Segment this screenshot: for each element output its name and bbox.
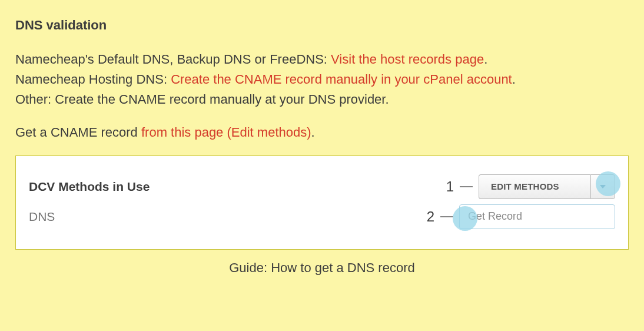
edit-methods-button[interactable]: EDIT METHODS [479,174,590,199]
step-dash-icon [440,216,453,217]
text-line-3: Other: Create the CNAME record manually … [15,90,629,110]
link-edit-methods-page[interactable]: from this page (Edit methods) [141,125,311,140]
text-suffix-1: . [484,52,487,67]
dns-options-paragraph: Namecheap's Default DNS, Backup DNS or F… [15,49,629,110]
link-create-cname-cpanel[interactable]: Create the CNAME record manually in your… [171,72,512,87]
hint-highlight-icon [596,171,620,196]
text-prefix-1: Namecheap's Default DNS, Backup DNS or F… [15,52,331,67]
step-number-2: 2 [427,208,434,225]
text-prefix-2: Namecheap Hosting DNS: [15,72,171,87]
link-host-records[interactable]: Visit the host records page [331,52,484,67]
cname-prefix: Get a CNAME record [15,125,141,140]
panel-title: DCV Methods in Use [29,180,150,194]
method-label: DNS [29,210,55,224]
section-heading: DNS validation [15,18,629,33]
step-number-1: 1 [446,178,454,195]
dcv-methods-panel: DCV Methods in Use 1 EDIT METHODS DNS 2 [15,155,629,250]
text-suffix-2: . [512,72,516,87]
dropdown-item-label: Get Record [468,210,522,223]
step-dash-icon [460,186,473,187]
get-record-option[interactable]: Get Record [459,204,615,229]
figure-caption: Guide: How to get a DNS record [15,260,629,276]
cname-suffix: . [311,125,315,140]
caret-down-icon [600,185,606,188]
cname-instruction: Get a CNAME record from this page (Edit … [15,123,629,143]
edit-methods-dropdown-toggle[interactable] [590,174,615,199]
edit-methods-button-group: EDIT METHODS [479,174,615,199]
